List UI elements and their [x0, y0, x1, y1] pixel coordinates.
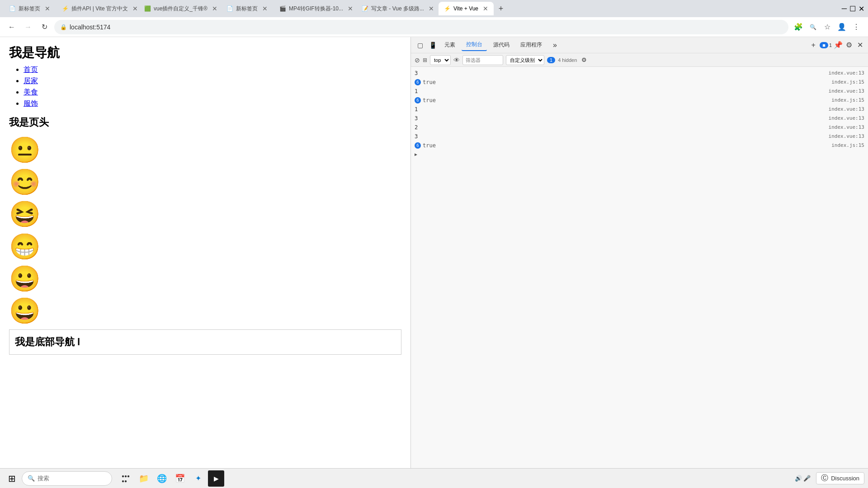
devtools-add-button[interactable]: +: [809, 41, 818, 50]
eye-icon[interactable]: 👁: [453, 56, 460, 64]
settings-icon[interactable]: ⚙: [581, 56, 587, 63]
extensions-button[interactable]: 🧩: [792, 21, 805, 33]
console-value-6: 3: [415, 114, 829, 122]
console-link-5[interactable]: index.vue:13: [829, 105, 864, 113]
taskbar-apps: ●●●●● 📁 🌐 📅 ✦ ▶: [118, 470, 224, 487]
profile-button[interactable]: 👤: [835, 21, 848, 33]
taskbar-search[interactable]: 🔍 搜索: [22, 471, 112, 486]
console-link-1[interactable]: index.vue:13: [829, 69, 864, 77]
refresh-button[interactable]: ↻: [38, 21, 51, 33]
tab-6-favicon: 📝: [362, 5, 368, 12]
tab-2-label: 插件API | Vite 官方中文: [71, 5, 128, 13]
tab-3[interactable]: 🟩 vue插件自定义_千锋® ✕: [139, 2, 220, 15]
console-link-7[interactable]: index.vue:13: [829, 123, 864, 131]
tab-5[interactable]: 🎬 MP4转GIF转换器-10... ✕: [274, 2, 355, 15]
console-link-2[interactable]: index.js:15: [831, 78, 864, 86]
tab-3-label: vue插件自定义_千锋®: [154, 5, 208, 13]
taskbar-app-vscode[interactable]: ✦: [190, 470, 206, 487]
console-link-3[interactable]: index.vue:13: [829, 87, 864, 95]
nav-link-clothes[interactable]: 服饰: [24, 99, 38, 107]
devtools-tab-sources[interactable]: 源代码: [489, 39, 514, 51]
discussion-badge[interactable]: Ⓒ Discussion: [816, 472, 864, 484]
emoji-5: 😀: [9, 263, 401, 294]
devtools-tab-more[interactable]: »: [548, 39, 561, 51]
console-row-2: 6 true index.js:15: [411, 78, 868, 87]
clear-console-icon[interactable]: ⊘: [415, 56, 420, 64]
tab-6[interactable]: 📝 写文章 - Vue 多级路... ✕: [356, 2, 438, 15]
tab-1-label: 新标签页: [19, 5, 40, 13]
tab-4[interactable]: 📄 新标签页 ✕: [221, 2, 273, 15]
toolbar-icons: 🧩 🔍 ☆ 👤 ⋮: [792, 21, 863, 33]
tab-7[interactable]: ⚡ Vite + Vue ✕: [439, 2, 494, 15]
console-badge: 1: [547, 57, 555, 63]
console-link-4[interactable]: index.js:15: [831, 96, 864, 104]
tab-1[interactable]: 📄 新标签页 ✕: [4, 2, 56, 15]
back-button[interactable]: ←: [5, 21, 18, 33]
emoji-3: 😆: [9, 199, 401, 229]
forward-button[interactable]: →: [22, 21, 34, 33]
nav-link-home2[interactable]: 居家: [24, 77, 38, 84]
tab-4-close[interactable]: ✕: [262, 5, 268, 12]
devtools-gear-button[interactable]: ⚙: [844, 41, 854, 50]
tab-7-favicon: ⚡: [444, 5, 451, 12]
nav-link-home[interactable]: 首页: [24, 66, 38, 73]
tab-6-close[interactable]: ✕: [429, 5, 434, 12]
console-link-9[interactable]: index.js:15: [831, 141, 864, 150]
list-item: 美食: [24, 88, 401, 97]
taskbar-app-edge[interactable]: 🌐: [154, 470, 170, 487]
devtools-inspect-button[interactable]: ▢: [415, 40, 425, 51]
tab-7-close[interactable]: ✕: [483, 5, 488, 12]
devtools-tab-elements[interactable]: 元素: [440, 39, 460, 51]
address-bar[interactable]: 🔒 localhost:5174: [54, 20, 788, 34]
devtools-device-button[interactable]: 📱: [427, 40, 438, 51]
console-link-6[interactable]: index.vue:13: [829, 114, 864, 122]
discussion-label: Discussion: [831, 475, 859, 482]
expand-icon[interactable]: ⊞: [423, 57, 427, 63]
search-placeholder: 搜索: [38, 474, 49, 483]
taskbar-app-explorer[interactable]: 📁: [136, 470, 152, 487]
emoji-2: 😊: [9, 167, 401, 197]
settings-button[interactable]: ⋮: [850, 21, 863, 33]
tab-5-close[interactable]: ✕: [348, 5, 353, 12]
devtools-tab-application[interactable]: 应用程序: [516, 39, 547, 51]
hidden-count: 4 hidden: [558, 57, 577, 63]
devtools-tab-console[interactable]: 控制台: [462, 39, 487, 51]
console-row-chevron[interactable]: ▶: [411, 150, 868, 159]
footer-box: 我是底部导航 l: [9, 329, 401, 355]
page-header-title: 我是页头: [9, 116, 401, 129]
main-area: 我是导航 首页 居家 美食 服饰 我是页头 😐 😊 😆 😁 😀 😀 我是底部导航…: [0, 37, 868, 488]
taskbar-app-terminal[interactable]: ▶: [208, 470, 224, 487]
log-badge-2: 6: [415, 79, 421, 85]
tab-1-close[interactable]: ✕: [45, 5, 50, 12]
filter-input[interactable]: [462, 55, 503, 65]
close-button[interactable]: ✕: [859, 5, 864, 13]
tab-2[interactable]: ⚡ 插件API | Vite 官方中文 ✕: [57, 2, 138, 15]
console-row-9: 6 true index.js:15: [411, 141, 868, 150]
tab-2-close[interactable]: ✕: [132, 5, 138, 12]
tab-4-label: 新标签页: [236, 5, 258, 13]
start-button[interactable]: ⊞: [4, 470, 20, 487]
console-row-5: 1 index.vue:13: [411, 105, 868, 114]
browser-toolbar: ← → ↻ 🔒 localhost:5174 🧩 🔍 ☆ 👤 ⋮: [0, 17, 868, 37]
log-badge-4: 6: [415, 97, 421, 103]
zoom-button[interactable]: 🔍: [807, 21, 819, 33]
minimize-button[interactable]: ─: [842, 5, 847, 13]
console-value-2: true: [423, 78, 831, 86]
level-select[interactable]: 自定义级别: [506, 55, 544, 65]
emoji-1: 😐: [9, 135, 401, 165]
devtools-close-button[interactable]: ✕: [855, 41, 864, 50]
context-select[interactable]: top: [430, 55, 451, 65]
restore-button[interactable]: ☐: [849, 5, 856, 13]
discussion-icon: Ⓒ: [821, 474, 828, 483]
favorites-button[interactable]: ☆: [821, 21, 834, 33]
console-link-8[interactable]: index.vue:13: [829, 132, 864, 141]
nav-link-food[interactable]: 美食: [24, 88, 38, 96]
taskbar-app-calendar[interactable]: 📅: [172, 470, 188, 487]
tab-3-close[interactable]: ✕: [212, 5, 217, 12]
emoji-6: 😀: [9, 296, 401, 326]
taskbar-app-dots[interactable]: ●●●●●: [118, 470, 134, 487]
devtools-pin-button[interactable]: 📌: [834, 41, 843, 50]
console-row-3: 1 index.vue:13: [411, 87, 868, 96]
console-value-9: true: [423, 141, 831, 150]
new-tab-button[interactable]: +: [495, 2, 507, 15]
